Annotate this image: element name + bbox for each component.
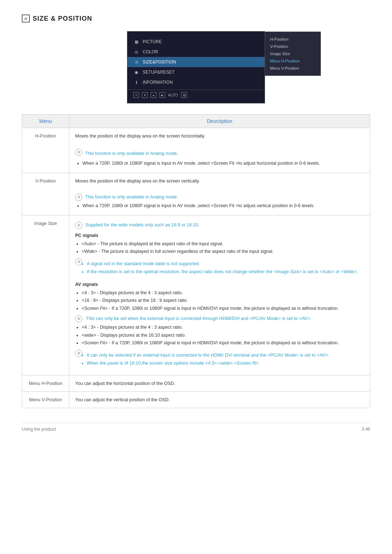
av-bullet-169: <16 : 9> - Displays pictures at the 16 :… xyxy=(82,297,364,304)
col-desc-header: Description xyxy=(69,115,370,128)
hposition-analog-note: This function is only available in Analo… xyxy=(85,151,178,156)
imagesize-desc: ⚙ Supplied for the wide models only such… xyxy=(69,215,370,375)
hposition-bullets: When a 720P, 1080i or 1080P signal is in… xyxy=(75,160,364,167)
av-bullet-screenfit: <Screen Fit> - If a 720P, 1080i or 1080P… xyxy=(82,305,364,312)
picture-icon: ▦ xyxy=(133,38,140,45)
av2-bullet-43: <4 : 3> - Displays pictures at the 4 : 3… xyxy=(82,324,364,331)
imagesize-wide-note: Supplied for the wide models only such a… xyxy=(84,221,199,229)
menu-hposition-text: You can adjust the horizontal position o… xyxy=(75,381,175,386)
imagesize-note2-bullet2: If the resolution is set to the optimal … xyxy=(87,268,358,275)
pc-bullet-auto: <Auto> - The picture is displayed at the… xyxy=(82,241,364,247)
menu-vposition-desc: You can adjust the vertical position of … xyxy=(69,391,370,408)
imagesize-note4-bullet2: When the panel is of 16:10,the screen si… xyxy=(87,360,329,367)
osd-sub-imgsize: Image Size xyxy=(265,50,320,57)
osd-item-picture: ▦ PICTURE xyxy=(127,37,265,47)
osd-submenu: H-Position V-Position Image Size Menu H-… xyxy=(265,32,321,76)
footer-left: Using the product xyxy=(22,427,56,432)
menu-vposition-label: Menu V-Position xyxy=(22,391,69,408)
av2-bullets: <4 : 3> - Displays pictures at the 4 : 3… xyxy=(75,324,364,346)
osd-sub-menuvpos: Menu V-Position xyxy=(265,65,320,72)
pc-signals-label: PC signals xyxy=(75,232,364,239)
osd-item-size-position: ⊞ SIZE&POSITION xyxy=(127,57,265,67)
vposition-analog-note: This function is only available in Analo… xyxy=(85,194,178,200)
imagesize-note4: ⚙ It can only be selected if an external… xyxy=(75,349,364,369)
color-icon: ◎ xyxy=(133,49,140,55)
vposition-intro: Moves the position of the display area o… xyxy=(75,177,364,185)
note-icon-2: ⚙ xyxy=(75,194,82,201)
vposition-desc: Moves the position of the display area o… xyxy=(69,173,370,215)
row-vposition: V-Position Moves the position of the dis… xyxy=(22,173,370,215)
av-bullet-43: <4 : 3> - Displays pictures at the 4 : 3… xyxy=(82,290,364,296)
nav-icon-right: ▶ xyxy=(159,92,165,98)
hposition-note1: ⚙ This function is only available in Ana… xyxy=(75,148,364,159)
imagesize-note3-text: This can only be set when the external i… xyxy=(84,315,311,322)
osd-item-setup: ◉ SETUP&RESET xyxy=(127,67,265,77)
page-title: SIZE & POSITION xyxy=(33,15,92,22)
pc-bullet-wide: <Wide> - The picture is displayed in ful… xyxy=(82,248,364,255)
section-icon: ⊞ xyxy=(22,15,30,22)
hposition-intro: Moves the position of the display area o… xyxy=(75,132,364,140)
osd-item-info: ℹ INFORMATION xyxy=(127,77,265,87)
imagesize-note2-bullet1: A signal not in the standard mode table … xyxy=(87,260,358,267)
vposition-bullet-1: When a 720P, 1080i or 1080P signal is in… xyxy=(82,202,364,209)
hposition-bullet-1: When a 720P, 1080i or 1080P signal is in… xyxy=(82,160,364,167)
osd-bottom-bar: ✕ ▼ ▲ ▶ AUTO ⏻ xyxy=(127,90,265,98)
menu-hposition-desc: You can adjust the horizontal position o… xyxy=(69,375,370,391)
osd-sub-vpos: V-Position xyxy=(265,43,320,50)
osd-item-color: ◎ COLOR xyxy=(127,47,265,57)
nav-icon-x: ✕ xyxy=(133,92,139,98)
note-icon-1: ⚙ xyxy=(75,149,82,156)
menu-hposition-label: Menu H-Position xyxy=(22,375,69,391)
osd-menu-box: ▦ PICTURE ◎ COLOR ⊞ SIZE&POSITION ◉ SETU… xyxy=(127,31,265,103)
menu-vposition-text: You can adjust the vertical position of … xyxy=(75,397,170,402)
footer-right: 3-46 xyxy=(362,427,370,432)
av2-bullet-wide: <wide> - Displays pictures at the 16:10 … xyxy=(82,332,364,339)
imagesize-top-note: ⚙ Supplied for the wide models only such… xyxy=(75,221,364,229)
imagesize-menu-label: Image Size xyxy=(22,215,69,375)
note-icon-3: ⚙ xyxy=(75,222,82,229)
osd-screenshot-container: ▦ PICTURE ◎ COLOR ⊞ SIZE&POSITION ◉ SETU… xyxy=(22,31,370,103)
vposition-menu-label: V-Position xyxy=(22,173,69,215)
osd-nav-icons: ✕ ▼ ▲ ▶ AUTO ⏻ xyxy=(133,92,187,98)
imagesize-note4-bullet1: It can only be selected if an external i… xyxy=(87,352,329,359)
imagesize-note3: ⚙ This can only be set when the external… xyxy=(75,315,364,323)
hposition-menu-label: H-Position xyxy=(22,128,69,173)
nav-icon-power: ⏻ xyxy=(181,92,187,98)
row-imagesize: Image Size ⚙ Supplied for the wide model… xyxy=(22,215,370,375)
imagesize-note2: ⚙ A signal not in the standard mode tabl… xyxy=(75,258,364,278)
av-signals-bullets: <4 : 3> - Displays pictures at the 4 : 3… xyxy=(75,290,364,312)
row-hposition: H-Position Moves the position of the dis… xyxy=(22,128,370,173)
vposition-note1: ⚙ This function is only available in Ana… xyxy=(75,193,364,201)
osd-sub-menuhpos: Menu H-Position xyxy=(265,57,320,65)
pc-signals-bullets: <Auto> - The picture is displayed at the… xyxy=(75,241,364,255)
col-menu-header: Menu xyxy=(22,115,69,128)
av2-bullet-screenfit: <Screen Fit> - If a 720P, 1080i or 1080P… xyxy=(82,340,364,346)
vposition-bullets: When a 720P, 1080i or 1080P signal is in… xyxy=(75,202,364,209)
row-menu-vposition: Menu V-Position You can adjust the verti… xyxy=(22,391,370,408)
osd-auto-label: AUTO xyxy=(168,93,178,97)
row-menu-hposition: Menu H-Position You can adjust the horiz… xyxy=(22,375,370,391)
size-position-icon: ⊞ xyxy=(133,59,140,65)
setup-icon: ◉ xyxy=(133,69,140,75)
info-icon: ℹ xyxy=(133,79,140,86)
osd-sub-hpos: H-Position xyxy=(265,36,320,43)
size-position-table: Menu Description H-Position Moves the po… xyxy=(22,114,370,408)
av-signals-label: AV signals xyxy=(75,281,364,288)
nav-icon-down: ▼ xyxy=(142,92,148,98)
note-icon-5: ⚙ xyxy=(75,315,82,323)
page-footer: Using the product 3-46 xyxy=(22,423,370,432)
hposition-desc: Moves the position of the display area o… xyxy=(69,128,370,173)
nav-icon-up: ▲ xyxy=(151,92,156,98)
page-header: ⊞ SIZE & POSITION xyxy=(22,15,370,22)
